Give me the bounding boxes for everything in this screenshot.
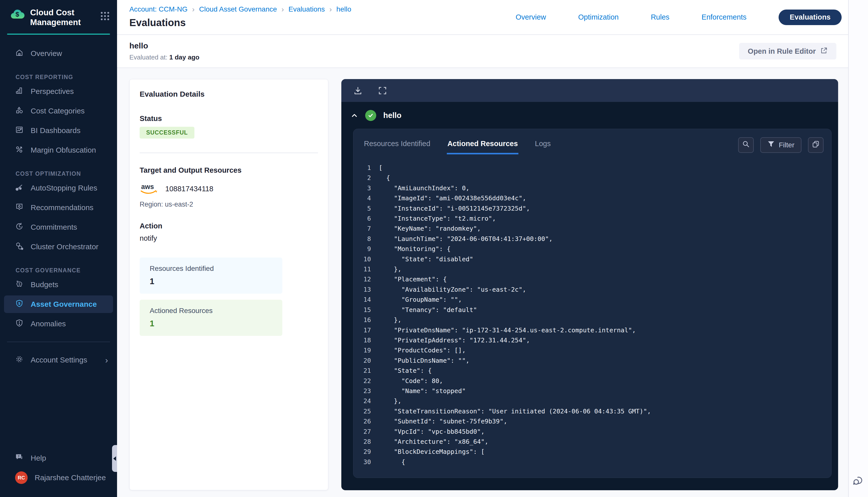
search-button[interactable] (738, 137, 754, 153)
sidebar-item-budgets[interactable]: $ Budgets (4, 276, 113, 294)
line-number: 30 (359, 457, 371, 467)
line-number: 8 (359, 234, 371, 244)
subheader: hello Evaluated at: 1 day ago Open in Ru… (117, 35, 848, 68)
filter-button[interactable]: Filter (760, 137, 801, 153)
sidebar-item-cost-categories[interactable]: Cost Categories (4, 102, 113, 120)
page-body: Evaluation Details Status SUCCESSFUL Tar… (117, 69, 848, 497)
open-in-rule-editor-button[interactable]: Open in Rule Editor (739, 43, 836, 59)
breadcrumb-cloud-asset-governance[interactable]: Cloud Asset Governance (199, 5, 277, 13)
viewer-rule-name: hello (383, 111, 401, 120)
svg-text:$: $ (18, 282, 20, 286)
sidebar-item-cluster-orchestrator[interactable]: Cluster Orchestrator (4, 238, 113, 256)
right-utility-strip (848, 0, 868, 497)
line-content: "PublicDnsName": "", (379, 356, 470, 366)
sidebar-item-bi-dashboards[interactable]: BI Dashboards (4, 122, 113, 139)
code-line: 23 "Name": "stopped" (359, 386, 824, 396)
actioned-resources-box: Actioned Resources 1 (140, 300, 282, 336)
sidebar-item-help[interactable]: ? Help (4, 449, 113, 467)
sidebar-item-account-settings[interactable]: Account Settings › (4, 351, 113, 369)
bar-chart-icon (15, 86, 24, 97)
breadcrumb-hello[interactable]: hello (336, 5, 351, 13)
line-content: "InstanceType": "t2.micro", (379, 214, 496, 224)
header-nav: Overview Optimization Rules Enforcements… (516, 0, 848, 34)
section-cost-governance: COST GOVERNANCE (0, 267, 117, 274)
status-badge: SUCCESSFUL (140, 127, 194, 139)
sidebar-item-autostopping-rules[interactable]: AutoStopping Rules (4, 179, 113, 197)
line-number: 23 (359, 386, 371, 396)
sidebar-item-commitments[interactable]: Commitments (4, 218, 113, 236)
sidebar-item-perspectives[interactable]: Perspectives (4, 83, 113, 100)
nav-link-rules[interactable]: Rules (651, 13, 669, 22)
line-number: 6 (359, 214, 371, 224)
sidebar-item-recommendations[interactable]: Recommendations (4, 199, 113, 216)
svg-text:aws: aws (141, 183, 154, 190)
download-icon[interactable] (353, 86, 363, 95)
tab-logs[interactable]: Logs (534, 136, 551, 154)
viewer-controls: Filter (738, 137, 824, 153)
line-content: }, (379, 264, 401, 274)
chat-support-icon[interactable] (852, 474, 865, 487)
sidebar-item-label: Cost Categories (31, 107, 85, 115)
line-number: 4 (359, 193, 371, 203)
evaluated-at-value: 1 day ago (169, 54, 199, 61)
code-line: 29 "BlockDeviceMappings": [ (359, 447, 824, 457)
nav-pill-evaluations[interactable]: Evaluations (779, 10, 842, 25)
line-content: "LaunchTime": "2024-06-06T04:41:37+00:00… (379, 234, 552, 244)
open-button-label: Open in Rule Editor (748, 47, 816, 56)
resources-card: Resources Identified Actioned Resources … (353, 129, 831, 478)
status-label: Status (140, 114, 318, 123)
copy-icon (812, 140, 820, 150)
nav-link-overview[interactable]: Overview (516, 13, 546, 22)
page-header: Account: CCM-NG › Cloud Asset Governance… (117, 0, 848, 35)
sidebar-collapse-handle[interactable] (112, 445, 117, 472)
nav-link-enforcements[interactable]: Enforcements (701, 13, 746, 22)
breadcrumb-evaluations[interactable]: Evaluations (289, 5, 325, 13)
tab-actioned-resources[interactable]: Actioned Resources (447, 136, 518, 154)
filter-label: Filter (779, 141, 794, 149)
code-line: 18 "PrivateIpAddress": "172.31.44.254", (359, 335, 824, 345)
sidebar-bottom: ? Help RC Rajarshee Chatterjee (0, 447, 117, 497)
chevron-up-icon[interactable] (351, 112, 358, 119)
line-number: 10 (359, 254, 371, 264)
shapes-icon (15, 106, 24, 116)
svg-text:?: ? (18, 455, 19, 458)
copy-button[interactable] (808, 137, 824, 153)
header-left: Account: CCM-NG › Cloud Asset Governance… (117, 0, 351, 34)
code-line: 5 "InstanceId": "i-00512145e7372325d", (359, 203, 824, 214)
line-content: "Tenancy": "default" (379, 305, 477, 315)
resources-identified-value: 1 (150, 276, 282, 286)
tab-resources-identified[interactable]: Resources Identified (363, 136, 431, 154)
sidebar-item-overview[interactable]: Overview (4, 45, 113, 62)
user-name: Rajarshee Chatterjee (35, 473, 106, 482)
sidebar-item-anomalies[interactable]: Anomalies (4, 315, 113, 332)
line-content: "KeyName": "randomkey", (379, 224, 481, 234)
help-chat-icon: ? (15, 453, 24, 463)
sidebar-item-asset-governance[interactable]: $ Asset Governance (4, 296, 113, 313)
hexagons-icon (15, 242, 24, 252)
sidebar-item-label: Help (31, 454, 46, 463)
code-editor[interactable]: 1 [ 2 { 3 (353, 154, 831, 478)
search-icon (742, 140, 750, 150)
breadcrumb-account[interactable]: Account: CCM-NG (129, 5, 187, 13)
percent-icon (15, 145, 24, 155)
code-line: 28 "Architecture": "x86_64", (359, 437, 824, 447)
sidebar-item-margin-obfuscation[interactable]: Margin Obfuscation (4, 141, 113, 159)
sidebar-item-label: Cluster Orchestrator (31, 242, 98, 251)
line-number: 22 (359, 376, 371, 386)
viewer-toolbar (341, 79, 838, 102)
line-content: "Code": 80, (379, 376, 443, 386)
nav-link-optimization[interactable]: Optimization (578, 13, 619, 22)
shield-dollar-icon: $ (15, 299, 24, 310)
line-number: 16 (359, 315, 371, 325)
target-resources-label: Target and Output Resources (140, 166, 318, 174)
line-number: 14 (359, 295, 371, 305)
fullscreen-icon[interactable] (378, 86, 387, 95)
code-line: 14 "GroupName": "", (359, 295, 824, 305)
app-grid-icon[interactable] (100, 11, 110, 22)
brand-name: Cloud Cost Management (30, 8, 95, 27)
code-line: 4 "ImageId": "ami-002438e556dd03e4c", (359, 193, 824, 203)
line-content: "State": "disabled" (379, 254, 473, 264)
resources-identified-box: Resources Identified 1 (140, 257, 282, 294)
sidebar-item-user[interactable]: RC Rajarshee Chatterjee (4, 469, 113, 486)
recommendations-icon (15, 202, 24, 213)
